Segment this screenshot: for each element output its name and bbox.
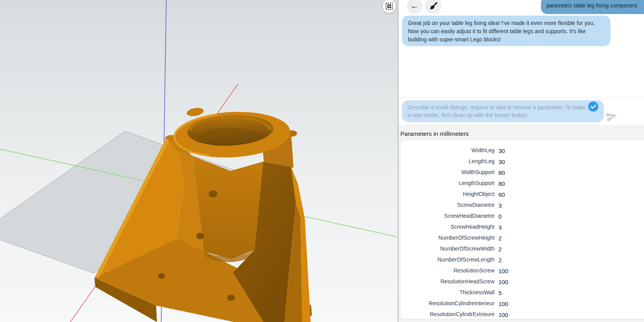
parameter-name-label: ThicknessWall	[401, 289, 495, 295]
parameter-name-label: ResolutionScrew	[401, 267, 495, 274]
assistant-message-text: Great job on your table leg fixing idea!…	[408, 20, 595, 43]
parameters-section: Parameters in millimeters WidthLeg 30 Le…	[398, 125, 644, 322]
parameter-value-field[interactable]: 30	[498, 148, 505, 154]
bore-shadow	[199, 128, 260, 143]
parameter-row: ScrewDiametre 3	[401, 199, 644, 210]
broom-icon	[429, 1, 438, 11]
parameter-name-label: LengthSupport	[401, 180, 495, 186]
parameter-row: ScrewHeadHeight 3	[401, 221, 644, 232]
parameter-name-label: ScrewHeadHeight	[401, 224, 495, 230]
parameter-value-field[interactable]: 5	[498, 290, 502, 296]
side-panel: ← parametric table leg fixing component …	[398, 0, 644, 322]
parameter-row: ResolutionScrew 100	[401, 265, 644, 276]
3d-viewport[interactable]	[0, 0, 398, 322]
selection-tool-button[interactable]	[382, 0, 396, 13]
back-button[interactable]: ←	[407, 0, 422, 14]
parameter-name-label: ScrewDiametre	[401, 202, 495, 208]
parameter-name-label: ResolutionCylindreInterieur	[401, 300, 495, 306]
parameter-value-field[interactable]: 100	[498, 279, 508, 285]
parameter-value-field[interactable]: 3	[498, 202, 502, 209]
parameter-name-label: NumberOfScrewLength	[401, 256, 495, 263]
parameter-value-field[interactable]: 2	[498, 257, 502, 263]
parameters-card: WidthLeg 30 LengthLeg 30 WidthSupport 80	[400, 140, 644, 319]
chat-message-area: ← parametric table leg fixing component …	[398, 0, 644, 97]
parameter-name-label: WidthLeg	[401, 147, 495, 153]
parameter-name-label: LengthLeg	[401, 158, 495, 164]
3d-scene-canvas[interactable]	[0, 0, 398, 322]
parameter-row: WidthSupport 80	[401, 167, 644, 178]
broom-cleanup-button[interactable]	[425, 0, 441, 14]
parameter-row: LengthSupport 80	[401, 178, 644, 189]
plate-screw-hole	[227, 295, 235, 301]
parameter-row: WidthLeg 30	[401, 145, 644, 156]
parameter-value-field[interactable]: 30	[498, 158, 505, 165]
cad-chat-app: ← parametric table leg fixing component …	[0, 0, 644, 322]
parameter-value-field[interactable]: 0	[498, 213, 502, 220]
back-arrow-icon: ←	[410, 1, 419, 11]
parameter-name-label: ResolutionCylindrExtrieure	[401, 311, 495, 317]
parameter-row: LengthLeg 30	[401, 156, 644, 167]
user-message-text: parametric table leg fixing component	[546, 2, 637, 9]
parameter-row: ResolutionHeadScrew 100	[401, 276, 644, 287]
parameter-name-label: NumberOfScrewHeight	[401, 235, 495, 241]
parameter-row: ResolutionCylindreInterieur 100	[401, 298, 644, 309]
parameter-row: NumberOfScrewWidth 2	[401, 243, 644, 254]
parameter-value-field[interactable]: 2	[498, 235, 502, 242]
parameter-value-field[interactable]: 60	[498, 191, 505, 198]
chat-input-area	[398, 97, 644, 125]
parameter-row: ScrewHeadDiametre 0	[401, 210, 644, 221]
parameter-value-field[interactable]: 3	[498, 224, 502, 231]
parameter-name-label: ScrewHeadDiametre	[401, 213, 495, 219]
parameter-name-label: WidthSupport	[401, 169, 495, 175]
assistant-message-bubble: Great job on your table leg fixing idea!…	[402, 16, 610, 46]
parameter-value-field[interactable]: 80	[498, 180, 505, 187]
chat-input-bubble[interactable]	[402, 100, 604, 122]
confirm-check-badge[interactable]	[588, 101, 598, 112]
parameters-title: Parameters in millimeters	[400, 130, 469, 137]
user-message-bubble: parametric table leg fixing component	[541, 0, 644, 14]
parameter-name-label: ResolutionHeadScrew	[401, 278, 495, 285]
parameter-row: ThicknessWall 5	[401, 287, 644, 298]
parameter-value-field[interactable]: 100	[498, 301, 508, 307]
parameter-value-field[interactable]: 100	[498, 268, 508, 274]
chat-input-field[interactable]	[402, 100, 604, 122]
parameter-value-field[interactable]: 80	[498, 169, 505, 176]
parameter-row: NumberOfScrewHeight 2	[401, 232, 644, 243]
parameter-row: HeightObject 60	[401, 189, 644, 199]
plate-screw-hole	[158, 273, 165, 279]
send-icon[interactable]	[605, 109, 619, 123]
cylinder-wall	[193, 156, 263, 259]
wall-screw-hole	[209, 190, 217, 197]
parameter-name-label: HeightObject	[401, 191, 495, 197]
selection-box-icon	[385, 2, 393, 10]
wall-screw-hole	[196, 233, 204, 239]
parameter-name-label: NumberOfScrewWidth	[401, 246, 495, 252]
parameter-row: ResolutionCylindrExtrieure 100	[401, 309, 644, 319]
parameter-value-field[interactable]: 2	[498, 246, 502, 253]
parameter-value-field[interactable]: 100	[498, 311, 508, 318]
parameter-row: NumberOfScrewLength 2	[401, 254, 644, 265]
